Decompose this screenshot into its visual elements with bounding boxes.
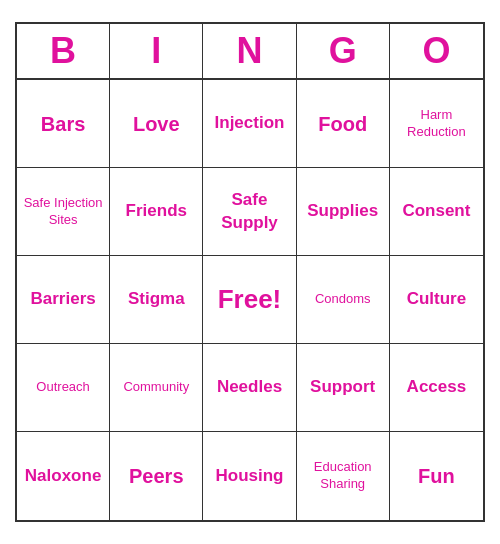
bingo-cell-15: Outreach bbox=[17, 344, 110, 432]
bingo-cell-16: Community bbox=[110, 344, 203, 432]
bingo-cell-text-5: Safe Injection Sites bbox=[21, 195, 105, 229]
bingo-cell-text-14: Culture bbox=[407, 288, 467, 310]
bingo-cell-text-13: Condoms bbox=[315, 291, 371, 308]
bingo-cell-text-7: Safe Supply bbox=[207, 189, 291, 233]
bingo-cell-17: Needles bbox=[203, 344, 296, 432]
bingo-cell-22: Housing bbox=[203, 432, 296, 520]
bingo-cell-20: Naloxone bbox=[17, 432, 110, 520]
bingo-grid: BarsLoveInjectionFoodHarm ReductionSafe … bbox=[17, 80, 483, 520]
bingo-cell-9: Consent bbox=[390, 168, 483, 256]
bingo-cell-text-17: Needles bbox=[217, 376, 282, 398]
bingo-cell-3: Food bbox=[297, 80, 390, 168]
bingo-cell-0: Bars bbox=[17, 80, 110, 168]
bingo-cell-12: Free! bbox=[203, 256, 296, 344]
bingo-cell-text-22: Housing bbox=[215, 465, 283, 487]
bingo-cell-5: Safe Injection Sites bbox=[17, 168, 110, 256]
header-letter-B: B bbox=[17, 24, 110, 78]
bingo-cell-14: Culture bbox=[390, 256, 483, 344]
bingo-cell-text-23: Education Sharing bbox=[301, 459, 385, 493]
bingo-cell-24: Fun bbox=[390, 432, 483, 520]
bingo-cell-text-21: Peers bbox=[129, 463, 184, 489]
bingo-cell-text-0: Bars bbox=[41, 111, 85, 137]
bingo-cell-text-8: Supplies bbox=[307, 200, 378, 222]
bingo-cell-19: Access bbox=[390, 344, 483, 432]
bingo-cell-8: Supplies bbox=[297, 168, 390, 256]
bingo-cell-2: Injection bbox=[203, 80, 296, 168]
header-letter-N: N bbox=[203, 24, 296, 78]
bingo-cell-11: Stigma bbox=[110, 256, 203, 344]
bingo-cell-18: Support bbox=[297, 344, 390, 432]
bingo-cell-text-3: Food bbox=[318, 111, 367, 137]
bingo-cell-text-9: Consent bbox=[402, 200, 470, 222]
bingo-header: BINGO bbox=[17, 24, 483, 80]
bingo-cell-text-18: Support bbox=[310, 376, 375, 398]
bingo-cell-23: Education Sharing bbox=[297, 432, 390, 520]
header-letter-G: G bbox=[297, 24, 390, 78]
header-letter-O: O bbox=[390, 24, 483, 78]
bingo-cell-text-24: Fun bbox=[418, 463, 455, 489]
bingo-cell-text-15: Outreach bbox=[36, 379, 89, 396]
header-letter-I: I bbox=[110, 24, 203, 78]
bingo-cell-13: Condoms bbox=[297, 256, 390, 344]
bingo-cell-text-2: Injection bbox=[215, 112, 285, 134]
bingo-card: BINGO BarsLoveInjectionFoodHarm Reductio… bbox=[15, 22, 485, 522]
bingo-cell-text-4: Harm Reduction bbox=[394, 107, 479, 141]
bingo-cell-text-19: Access bbox=[407, 376, 467, 398]
bingo-cell-text-1: Love bbox=[133, 111, 180, 137]
bingo-cell-text-16: Community bbox=[123, 379, 189, 396]
bingo-cell-1: Love bbox=[110, 80, 203, 168]
bingo-cell-7: Safe Supply bbox=[203, 168, 296, 256]
bingo-cell-text-20: Naloxone bbox=[25, 465, 102, 487]
bingo-cell-text-11: Stigma bbox=[128, 288, 185, 310]
bingo-cell-text-6: Friends bbox=[126, 200, 187, 222]
bingo-cell-6: Friends bbox=[110, 168, 203, 256]
bingo-cell-10: Barriers bbox=[17, 256, 110, 344]
bingo-cell-text-10: Barriers bbox=[30, 288, 95, 310]
bingo-cell-text-12: Free! bbox=[218, 283, 282, 317]
bingo-cell-21: Peers bbox=[110, 432, 203, 520]
bingo-cell-4: Harm Reduction bbox=[390, 80, 483, 168]
